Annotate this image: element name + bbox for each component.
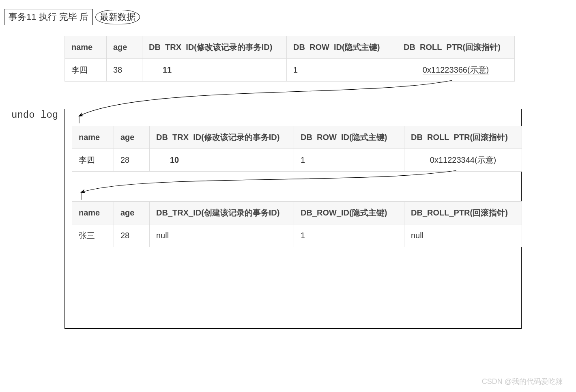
col-age-header: age bbox=[114, 126, 150, 149]
undo2-row: 1 bbox=[294, 224, 404, 247]
undo2-trx: null bbox=[150, 224, 294, 247]
undo2-age: 28 bbox=[114, 224, 150, 247]
col-roll-header: DB_ROLL_PTR(回滚指针) bbox=[404, 126, 522, 149]
undo-log-label: undo log bbox=[11, 110, 58, 121]
col-name-header: name bbox=[65, 36, 107, 59]
col-name-header: name bbox=[72, 126, 114, 149]
undo2-roll: null bbox=[404, 224, 522, 247]
table-row: 李四 38 11 1 0x11223366(示意) bbox=[65, 59, 515, 82]
table-header-row: name age DB_TRX_ID(修改该记录的事务ID) DB_ROW_ID… bbox=[72, 126, 522, 149]
col-age-header: age bbox=[114, 202, 150, 224]
current-trx: 11 bbox=[142, 59, 287, 82]
table-header-row: name age DB_TRX_ID(创建该记录的事务ID) DB_ROW_ID… bbox=[72, 202, 522, 224]
col-row-header: DB_ROW_ID(隐式主键) bbox=[294, 126, 404, 149]
diagram-title: 事务11 执行 完毕 后 bbox=[4, 9, 93, 25]
col-trx-header: DB_TRX_ID(修改该记录的事务ID) bbox=[142, 36, 287, 59]
undo1-row: 1 bbox=[294, 149, 404, 172]
col-row-header: DB_ROW_ID(隐式主键) bbox=[287, 36, 397, 59]
col-row-header: DB_ROW_ID(隐式主键) bbox=[294, 202, 404, 224]
undo2-name: 张三 bbox=[72, 224, 114, 247]
current-age: 38 bbox=[107, 59, 142, 82]
col-trx-header: DB_TRX_ID(修改该记录的事务ID) bbox=[150, 126, 294, 149]
undo1-name: 李四 bbox=[72, 149, 114, 172]
undo-record-2-table: name age DB_TRX_ID(创建该记录的事务ID) DB_ROW_ID… bbox=[72, 201, 522, 247]
col-trx-header: DB_TRX_ID(创建该记录的事务ID) bbox=[150, 202, 294, 224]
current-row: 1 bbox=[287, 59, 397, 82]
undo1-trx: 10 bbox=[150, 149, 294, 172]
diagram-title-bar: 事务11 执行 完毕 后 最新数据 bbox=[4, 9, 140, 25]
table-row: 张三 28 null 1 null bbox=[72, 224, 522, 247]
col-name-header: name bbox=[72, 202, 114, 224]
col-age-header: age bbox=[107, 36, 142, 59]
current-name: 李四 bbox=[65, 59, 107, 82]
col-roll-header: DB_ROLL_PTR(回滚指针) bbox=[404, 202, 522, 224]
current-roll: 0x11223366(示意) bbox=[397, 59, 515, 82]
col-roll-header: DB_ROLL_PTR(回滚指针) bbox=[397, 36, 515, 59]
undo1-roll: 0x11223344(示意) bbox=[404, 149, 522, 172]
undo1-age: 28 bbox=[114, 149, 150, 172]
current-record-table: name age DB_TRX_ID(修改该记录的事务ID) DB_ROW_ID… bbox=[64, 36, 515, 82]
table-row: 李四 28 10 1 0x11223344(示意) bbox=[72, 149, 522, 172]
undo-record-1-table: name age DB_TRX_ID(修改该记录的事务ID) DB_ROW_ID… bbox=[72, 126, 522, 172]
table-header-row: name age DB_TRX_ID(修改该记录的事务ID) DB_ROW_ID… bbox=[65, 36, 515, 59]
csdn-watermark: CSDN @我的代码爱吃辣 bbox=[482, 377, 563, 386]
latest-data-badge: 最新数据 bbox=[95, 10, 140, 24]
